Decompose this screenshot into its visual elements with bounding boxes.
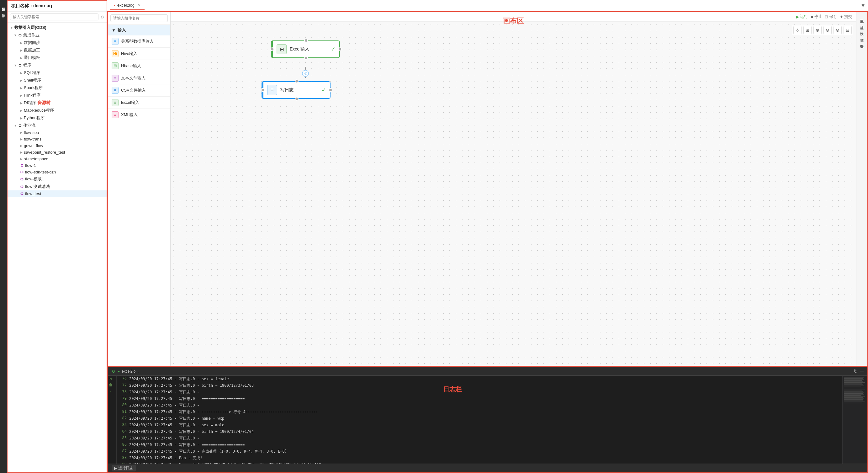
integration-label: 集成作业: [23, 32, 39, 38]
log-content-81: 2024/09/20 17:27:45 - 写日志.0 - ----------…: [129, 409, 842, 415]
tree-item-st-metaspace[interactable]: ▶ st-metaspace: [7, 155, 106, 162]
tree-item-flow-test[interactable]: ⚙ flow_test: [7, 190, 106, 197]
log-footer-tab[interactable]: ▶ 运行日志: [112, 465, 136, 471]
tree-item-flink[interactable]: ▶ Flink程序: [7, 92, 106, 99]
log-tab[interactable]: ● excel2lo...: [118, 369, 138, 374]
run-label: 运行: [800, 14, 808, 20]
search-settings-icon[interactable]: ⚙: [100, 15, 104, 20]
submit-button[interactable]: ✈ 提交: [840, 14, 852, 20]
tree-item-guwei-flow[interactable]: ▶ guwei-flow: [7, 142, 106, 149]
comp-item-hbase[interactable]: ⊞ Hbase输入: [108, 60, 170, 72]
tree-section-ods[interactable]: ▼ 数据引入层(ODS): [7, 24, 106, 31]
tree-item-python[interactable]: ▶ Python程序: [7, 114, 106, 122]
tree-item-workflow[interactable]: ▼ ⚙ 作业流: [7, 122, 106, 129]
log-node-status-icon: ✓: [321, 87, 326, 93]
programs-icon: ⚙: [18, 63, 22, 68]
tree-item-programs[interactable]: ▼ ⚙ 程序: [7, 61, 106, 69]
tree-item-spark[interactable]: ▶ Spark程序: [7, 84, 106, 92]
tab-collapse-icon[interactable]: ▼: [861, 3, 866, 8]
tree-item-flow-trans[interactable]: ▶ flow-trans: [7, 136, 106, 142]
log-icon-refresh[interactable]: ↻: [108, 376, 114, 382]
comp-item-excel[interactable]: ≡ Excel输入: [108, 97, 170, 109]
log-icon-download[interactable]: ↓: [108, 388, 114, 393]
log-node-bottom-connector: [295, 97, 299, 101]
run-button[interactable]: ▶ 运行: [796, 14, 808, 20]
stop-button[interactable]: ■ 停止: [811, 14, 822, 20]
tree-item-shell[interactable]: ▶ Shell程序: [7, 77, 106, 84]
log-refresh-icon[interactable]: ↻: [112, 369, 115, 374]
sql-label: SQL程序: [24, 70, 40, 76]
log-num-79: 79: [117, 395, 129, 401]
save-button[interactable]: ⊡ 保存: [825, 14, 837, 20]
comp-search-bar: [108, 12, 170, 25]
tab-excel2log[interactable]: ● excel2log ✕: [110, 1, 145, 10]
submit-icon: ✈: [840, 14, 843, 19]
tree-item-di[interactable]: ▶ DI程序 资源树: [7, 99, 106, 107]
select-tool-button[interactable]: ⊹: [794, 26, 802, 34]
log-num-78: 78: [117, 389, 129, 394]
zoom-out-button[interactable]: ⊖: [824, 26, 832, 34]
datasync-arrow-icon: ▶: [20, 41, 23, 45]
vtab-data-source[interactable]: 数据源: [1, 9, 7, 14]
flow-node-excel[interactable]: ⊞ Excel输入 ✓: [271, 40, 340, 58]
component-panel: ▼ 输入 ≡ 关系型数据库输入 Hi Hive输入 ⊞: [108, 12, 170, 366]
tab-close-icon[interactable]: ✕: [138, 3, 141, 7]
tree-item-datasync[interactable]: ▶ 数据同步: [7, 39, 106, 47]
tree-item-mapreduce[interactable]: ▶ MapReduce程序: [7, 107, 106, 114]
flow-test-icon: ⚙: [20, 191, 24, 196]
comp-label-db: 关系型数据库输入: [121, 38, 154, 44]
comp-section-arrow-icon: ▼: [112, 28, 116, 33]
flow1-label: flow-1: [25, 163, 36, 168]
flow-sea-label: flow-sea: [24, 130, 39, 135]
flow-node-log[interactable]: ≡ 写日志 ✓: [261, 81, 331, 99]
tree-header: 项目名称：demo-prj: [7, 1, 106, 11]
tree-item-flow-template[interactable]: ⚙ flow-模版1: [7, 175, 106, 183]
rsp-tab-log[interactable]: 指标日志: [859, 21, 865, 26]
python-label: Python程序: [24, 115, 44, 121]
log-node-top-connector: [295, 79, 299, 83]
log-content-88: 2024/09/20 17:27:45 - Pan - 完成!: [129, 455, 842, 462]
canvas-grid[interactable]: ⊹ ⊞ ⊕ ⊖ ⊙ ⊟: [170, 22, 856, 366]
comp-icon-xml: ≡: [112, 111, 119, 118]
comp-search-input[interactable]: [111, 14, 168, 22]
rsp-tab-draft[interactable]: 草稿: [859, 33, 865, 38]
comp-item-xml[interactable]: ≡ XML输入: [108, 109, 170, 121]
log-line-78: 78 2024/09/20 17:27:45 - 写日志.0 -: [117, 389, 842, 395]
tree-item-dataprocess[interactable]: ▶ 数据加工: [7, 47, 106, 54]
flow-trans-label: flow-trans: [24, 137, 41, 142]
tree-item-sql[interactable]: ▶ SQL程序: [7, 69, 106, 77]
programs-label: 程序: [23, 62, 31, 68]
zoom-in-button[interactable]: ⊕: [813, 26, 822, 34]
log-minimize-icon[interactable]: ─: [860, 368, 864, 374]
rsp-tab-lineage[interactable]: 数据血缘: [859, 39, 865, 45]
tree-item-template[interactable]: ▶ 通用模板: [7, 54, 106, 61]
rsp-tab-common[interactable]: 通用配置: [859, 14, 865, 20]
vtab-data-dev[interactable]: 数据开发: [1, 2, 7, 7]
comp-item-hive[interactable]: Hi Hive输入: [108, 48, 170, 60]
tab-dot-icon: ●: [114, 3, 115, 7]
right-side-panel: 通用配置 指标日志 版本 草稿 数据血缘: [856, 12, 867, 366]
tree-item-flow-clean[interactable]: ⚙ flow-测试清洗: [7, 183, 106, 190]
log-node-label: 写日志: [280, 87, 318, 93]
flow1-icon: ⚙: [20, 163, 24, 168]
tree-search-input[interactable]: [10, 13, 98, 20]
comp-item-db[interactable]: ≡ 关系型数据库输入: [108, 35, 170, 48]
tree-item-integration[interactable]: ▼ ⚙ 集成作业: [7, 31, 106, 39]
st-metaspace-label: st-metaspace: [24, 156, 48, 161]
bookmark-button[interactable]: ⊟: [843, 26, 852, 34]
project-title: 项目名称：demo-prj: [11, 3, 52, 9]
grid-tool-button[interactable]: ⊞: [803, 26, 811, 34]
tree-item-flow-sdk[interactable]: ⚙ flow-sdk-test-dzh: [7, 169, 106, 175]
log-icon-trash[interactable]: 🗑: [108, 382, 114, 388]
comp-item-csv[interactable]: ≡ CSV文件输入: [108, 84, 170, 97]
log-reload-icon[interactable]: ↻: [854, 368, 858, 374]
tree-item-flow-1[interactable]: ⚙ flow-1: [7, 162, 106, 169]
rsp-tab-version[interactable]: 版本: [859, 27, 865, 32]
shell-arrow-icon: ▶: [20, 79, 23, 82]
log-lines: 76 2024/09/20 17:27:45 - 写日志.0 - sex = f…: [117, 376, 842, 464]
tree-item-savepoint[interactable]: ▶ savepoint_restore_test: [7, 149, 106, 155]
comp-item-txt[interactable]: ≡ 文本文件输入: [108, 72, 170, 84]
fit-button[interactable]: ⊙: [834, 26, 842, 34]
tree-item-flow-sea[interactable]: ▶ flow-sea: [7, 129, 106, 136]
comp-section-header[interactable]: ▼ 输入: [108, 25, 170, 35]
